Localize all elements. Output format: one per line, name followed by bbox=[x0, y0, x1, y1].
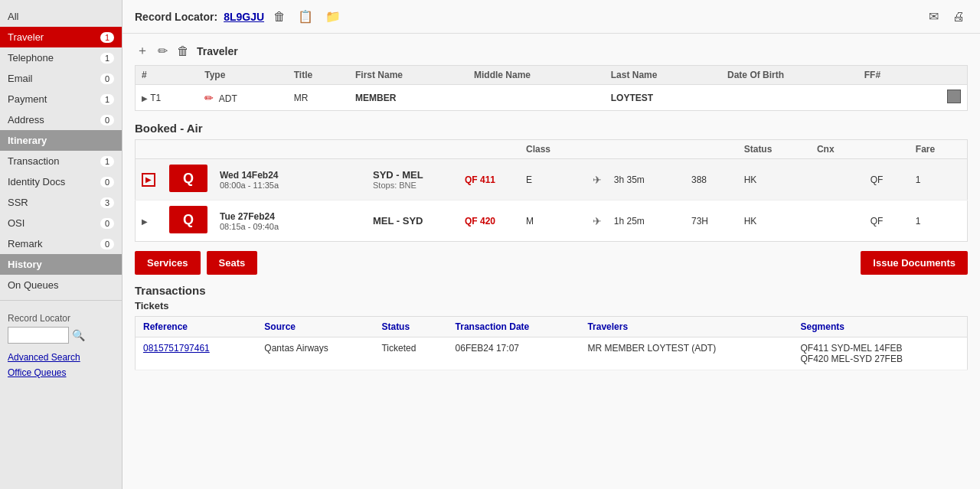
flight-col-flightnum bbox=[459, 140, 520, 159]
sidebar-item-identity-docs[interactable]: Identity Docs 0 bbox=[0, 171, 122, 192]
sidebar-item-telephone[interactable]: Telephone 1 bbox=[0, 47, 122, 68]
folder-record-button[interactable]: 📁 bbox=[322, 8, 344, 25]
trans-travelers: MR MEMBER LOYTEST (ADT) bbox=[580, 337, 792, 370]
traveler-number: T1 bbox=[150, 93, 161, 103]
plane-icon-2: ✈ bbox=[593, 215, 602, 227]
email-button[interactable]: ✉ bbox=[926, 8, 942, 25]
sidebar-email-badge: 0 bbox=[100, 73, 114, 84]
flight1-time: 08:00a - 11:35a bbox=[220, 181, 361, 190]
trans-source: Qantas Airways bbox=[256, 337, 374, 370]
traveler-expand[interactable]: ▶ T1 bbox=[136, 85, 199, 111]
booked-air-title: Booked - Air bbox=[135, 122, 968, 135]
delete-traveler-button[interactable]: 🗑 bbox=[175, 43, 191, 60]
flight2-route: MEL - SYD bbox=[373, 215, 452, 227]
flight1-plane-icon: ✈ bbox=[586, 159, 608, 200]
flight1-status: HK bbox=[738, 159, 811, 200]
flight2-date-cell: Tue 27Feb24 08:15a - 09:40a bbox=[214, 200, 367, 242]
flight-col-fare: Fare bbox=[910, 140, 968, 159]
qantas-logo bbox=[169, 165, 207, 192]
traveler-col-actions bbox=[915, 66, 968, 85]
sidebar-payment-badge: 1 bbox=[100, 94, 114, 105]
top-right-actions: ✉ 🖨 bbox=[926, 8, 968, 25]
sidebar-item-remark-label: Remark bbox=[8, 238, 43, 249]
record-locator-input[interactable] bbox=[8, 327, 69, 344]
traveler-col-dob: Date Of Birth bbox=[721, 66, 858, 85]
expand-arrow-icon[interactable]: ▶ bbox=[142, 94, 148, 103]
seats-button[interactable]: Seats bbox=[207, 251, 258, 275]
traveler-doc-icon-cell[interactable] bbox=[915, 85, 968, 111]
flight1-expand-cell[interactable]: ▶ bbox=[136, 159, 164, 200]
sidebar-item-osi[interactable]: OSI 0 bbox=[0, 213, 122, 233]
traveler-lastname: LOYTEST bbox=[605, 85, 721, 111]
delete-record-button[interactable]: 🗑 bbox=[270, 8, 289, 25]
traveler-section-title: Traveler bbox=[197, 45, 238, 57]
record-locator-label: Record Locator: bbox=[135, 11, 217, 23]
sidebar-item-history[interactable]: History bbox=[0, 254, 122, 275]
trans-segment-2: QF420 MEL-SYD 27FEB bbox=[801, 354, 959, 364]
sidebar-item-itinerary[interactable]: Itinerary bbox=[0, 130, 122, 151]
flight2-expand-arrow[interactable]: ▶ bbox=[142, 217, 148, 226]
sidebar-traveler-badge: 1 bbox=[100, 32, 114, 43]
trans-col-travelers: Travelers bbox=[580, 317, 792, 337]
flight1-farebasis: QF bbox=[864, 159, 910, 200]
flight1-number-cell: QF 411 bbox=[459, 159, 520, 200]
record-locator-search-button[interactable]: 🔍 bbox=[72, 329, 85, 341]
transactions-subtitle: Tickets bbox=[135, 300, 968, 311]
sidebar-item-ssr[interactable]: SSR 3 bbox=[0, 192, 122, 213]
content-area: ＋ ✏ 🗑 Traveler # Type Title First Name M… bbox=[122, 34, 980, 383]
trans-reference-link[interactable]: 0815751797461 bbox=[143, 343, 210, 354]
issue-documents-button[interactable]: Issue Documents bbox=[861, 251, 968, 275]
flight2-logo-cell bbox=[163, 200, 214, 242]
flight2-expand-cell[interactable]: ▶ bbox=[136, 200, 164, 242]
office-queues-link[interactable]: Office Queues bbox=[0, 365, 122, 380]
trans-date: 06FEB24 17:07 bbox=[448, 337, 580, 370]
flight2-status: HK bbox=[738, 200, 811, 242]
sidebar-item-remark[interactable]: Remark 0 bbox=[0, 233, 122, 254]
flight1-fare: 1 bbox=[910, 159, 968, 200]
sidebar-item-email-label: Email bbox=[8, 73, 33, 84]
sidebar-item-transaction[interactable]: Transaction 1 bbox=[0, 151, 122, 171]
sidebar-item-all[interactable]: All bbox=[0, 6, 122, 27]
traveler-type: ✏ ADT bbox=[198, 85, 288, 111]
sidebar-item-payment[interactable]: Payment 1 bbox=[0, 89, 122, 109]
flight-col-logo bbox=[163, 140, 214, 159]
traveler-doc-icon[interactable] bbox=[947, 90, 961, 103]
flight-col-cnx: Cnx bbox=[811, 140, 864, 159]
edit-traveler-button[interactable]: ✏ bbox=[156, 42, 169, 60]
sidebar-item-email[interactable]: Email 0 bbox=[0, 68, 122, 89]
print-button[interactable]: 🖨 bbox=[949, 8, 968, 25]
sidebar: All Traveler 1 Telephone 1 Email 0 Payme… bbox=[0, 0, 122, 489]
copy-record-button[interactable]: 📋 bbox=[295, 8, 316, 25]
flight1-date: Wed 14Feb24 bbox=[220, 170, 361, 181]
sidebar-item-traveler[interactable]: Traveler 1 bbox=[0, 27, 122, 47]
traveler-middlename bbox=[468, 85, 605, 111]
sidebar-item-address[interactable]: Address 0 bbox=[0, 109, 122, 130]
sidebar-item-ssr-label: SSR bbox=[8, 197, 28, 208]
traveler-col-middlename: Middle Name bbox=[468, 66, 605, 85]
flight1-date-cell: Wed 14Feb24 08:00a - 11:35a bbox=[214, 159, 367, 200]
sidebar-osi-badge: 0 bbox=[100, 218, 114, 229]
traveler-ff bbox=[858, 85, 915, 111]
transactions-title: Transactions bbox=[135, 284, 968, 297]
record-locator-value[interactable]: 8L9GJU bbox=[224, 11, 264, 23]
traveler-title: MR bbox=[288, 85, 349, 111]
flight1-route-cell: SYD - MEL Stops: BNE bbox=[367, 159, 459, 200]
sidebar-address-badge: 0 bbox=[100, 115, 114, 126]
traveler-col-lastname: Last Name bbox=[605, 66, 721, 85]
trans-col-status: Status bbox=[374, 317, 447, 337]
flight1-expand-box[interactable]: ▶ bbox=[142, 173, 155, 187]
trans-segment-1: QF411 SYD-MEL 14FEB bbox=[801, 343, 959, 354]
flight1-cnxcode: 388 bbox=[685, 159, 738, 200]
add-traveler-button[interactable]: ＋ bbox=[135, 41, 150, 60]
flight-col-date bbox=[214, 140, 367, 159]
sidebar-item-traveler-label: Traveler bbox=[8, 31, 44, 43]
flight2-cnxcode: 73H bbox=[685, 200, 738, 242]
services-button[interactable]: Services bbox=[135, 251, 201, 275]
advanced-search-link[interactable]: Advanced Search bbox=[0, 350, 122, 365]
trans-reference[interactable]: 0815751797461 bbox=[136, 337, 257, 370]
traveler-col-ff: FF# bbox=[858, 66, 915, 85]
sidebar-item-on-queues[interactable]: On Queues bbox=[0, 275, 122, 295]
flight2-fare: 1 bbox=[910, 200, 968, 242]
flight1-logo-cell bbox=[163, 159, 214, 200]
traveler-firstname: MEMBER bbox=[349, 85, 468, 111]
